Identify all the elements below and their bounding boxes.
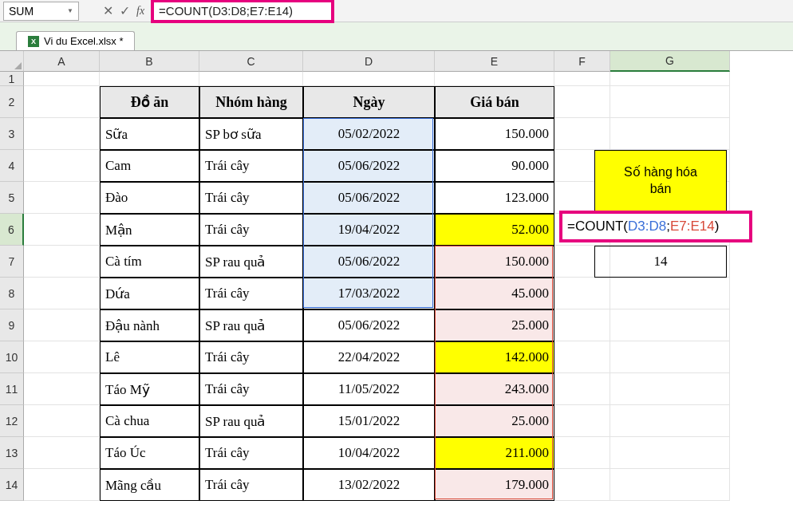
cell-A10[interactable] <box>24 341 100 373</box>
col-header-D[interactable]: D <box>303 51 435 72</box>
row-header-14[interactable]: 14 <box>0 469 24 501</box>
cell-A11[interactable] <box>24 373 100 405</box>
cell-A2[interactable] <box>24 86 100 118</box>
cell-D14[interactable]: 13/02/2022 <box>303 469 435 501</box>
cell-C11[interactable]: Trái cây <box>199 373 303 405</box>
cell-B9[interactable]: Đậu nành <box>100 309 199 341</box>
cell-C9[interactable]: SP rau quả <box>199 309 303 341</box>
cell-E5[interactable]: 123.000 <box>435 182 554 214</box>
row-header-13[interactable]: 13 <box>0 437 24 469</box>
col-header-E[interactable]: E <box>435 51 554 72</box>
cell-C6[interactable]: Trái cây <box>199 214 303 246</box>
cell-F13[interactable] <box>554 437 610 469</box>
cell-D3[interactable]: 05/02/2022 <box>303 118 435 150</box>
cell-A4[interactable] <box>24 150 100 182</box>
cell-C12[interactable]: SP rau quả <box>199 405 303 437</box>
cell-B1[interactable] <box>100 72 199 86</box>
grid[interactable]: Đồ ănNhóm hàngNgàyGiá bánSữaSP bơ sữa05/… <box>24 72 730 501</box>
cell-B7[interactable]: Cà tím <box>100 246 199 278</box>
row-header-4[interactable]: 4 <box>0 150 24 182</box>
cell-G12[interactable] <box>610 405 730 437</box>
cell-G11[interactable] <box>610 373 730 405</box>
cell-G14[interactable] <box>610 469 730 501</box>
count-result[interactable]: 14 <box>594 246 727 278</box>
cell-D6[interactable]: 19/04/2022 <box>303 214 435 246</box>
cell-D8[interactable]: 17/03/2022 <box>303 278 435 309</box>
cell-F2[interactable] <box>554 86 610 118</box>
col-header-G[interactable]: G <box>610 51 730 72</box>
row-header-3[interactable]: 3 <box>0 118 24 150</box>
fx-icon[interactable]: fx <box>136 5 144 18</box>
row-header-8[interactable]: 8 <box>0 278 24 309</box>
row-header-10[interactable]: 10 <box>0 341 24 373</box>
row-header-2[interactable]: 2 <box>0 86 24 118</box>
cell-F3[interactable] <box>554 118 610 150</box>
cell-D10[interactable]: 22/04/2022 <box>303 341 435 373</box>
cell-F10[interactable] <box>554 341 610 373</box>
enter-icon[interactable]: ✓ <box>120 3 130 18</box>
row-header-11[interactable]: 11 <box>0 373 24 405</box>
cell-F12[interactable] <box>554 405 610 437</box>
cell-C3[interactable]: SP bơ sữa <box>199 118 303 150</box>
cell-A5[interactable] <box>24 182 100 214</box>
cell-E9[interactable]: 25.000 <box>435 309 554 341</box>
row-header-6[interactable]: 6 <box>0 214 24 246</box>
cell-B3[interactable]: Sữa <box>100 118 199 150</box>
cell-A8[interactable] <box>24 278 100 309</box>
cell-B10[interactable]: Lê <box>100 341 199 373</box>
cell-E7[interactable]: 150.000 <box>435 246 554 278</box>
cell-B2[interactable]: Đồ ăn <box>100 86 199 118</box>
cell-D9[interactable]: 05/06/2022 <box>303 309 435 341</box>
col-header-B[interactable]: B <box>100 51 199 72</box>
cell-C13[interactable]: Trái cây <box>199 437 303 469</box>
cell-A7[interactable] <box>24 246 100 278</box>
cell-D4[interactable]: 05/06/2022 <box>303 150 435 182</box>
cancel-icon[interactable]: ✕ <box>103 3 113 18</box>
cell-C2[interactable]: Nhóm hàng <box>199 86 303 118</box>
cell-B11[interactable]: Táo Mỹ <box>100 373 199 405</box>
cell-F11[interactable] <box>554 373 610 405</box>
cell-D5[interactable]: 05/06/2022 <box>303 182 435 214</box>
cell-D2[interactable]: Ngày <box>303 86 435 118</box>
cell-E8[interactable]: 45.000 <box>435 278 554 309</box>
name-box[interactable]: SUM ▼ <box>3 2 79 21</box>
row-header-12[interactable]: 12 <box>0 405 24 437</box>
cell-F9[interactable] <box>554 309 610 341</box>
cell-F14[interactable] <box>554 469 610 501</box>
cell-D7[interactable]: 05/06/2022 <box>303 246 435 278</box>
row-header-5[interactable]: 5 <box>0 182 24 214</box>
cell-D11[interactable]: 11/05/2022 <box>303 373 435 405</box>
formula-editing-cell[interactable]: =COUNT(D3:D8;E7:E14) <box>559 211 752 242</box>
cell-E6[interactable]: 52.000 <box>435 214 554 246</box>
cell-E2[interactable]: Giá bán <box>435 86 554 118</box>
cell-G9[interactable] <box>610 309 730 341</box>
cell-B6[interactable]: Mận <box>100 214 199 246</box>
cell-B13[interactable]: Táo Úc <box>100 437 199 469</box>
cell-G2[interactable] <box>610 86 730 118</box>
col-header-F[interactable]: F <box>554 51 610 72</box>
cell-A12[interactable] <box>24 405 100 437</box>
cell-C10[interactable]: Trái cây <box>199 341 303 373</box>
cell-B14[interactable]: Mãng cầu <box>100 469 199 501</box>
cell-C4[interactable]: Trái cây <box>199 150 303 182</box>
row-header-1[interactable]: 1 <box>0 72 24 86</box>
cell-B12[interactable]: Cà chua <box>100 405 199 437</box>
cell-G13[interactable] <box>610 437 730 469</box>
cell-A3[interactable] <box>24 118 100 150</box>
select-all-corner[interactable] <box>0 51 24 72</box>
cell-C5[interactable]: Trái cây <box>199 182 303 214</box>
cell-E14[interactable]: 179.000 <box>435 469 554 501</box>
cell-A13[interactable] <box>24 437 100 469</box>
cell-A14[interactable] <box>24 469 100 501</box>
cell-E11[interactable]: 243.000 <box>435 373 554 405</box>
cell-F8[interactable] <box>554 278 610 309</box>
cell-C14[interactable]: Trái cây <box>199 469 303 501</box>
cell-A9[interactable] <box>24 309 100 341</box>
cell-E12[interactable]: 25.000 <box>435 405 554 437</box>
cell-E13[interactable]: 211.000 <box>435 437 554 469</box>
cell-D1[interactable] <box>303 72 435 86</box>
row-header-9[interactable]: 9 <box>0 309 24 341</box>
formula-bar[interactable]: =COUNT(D3:D8;E7:E14) <box>159 4 293 18</box>
cell-A6[interactable] <box>24 214 100 246</box>
cell-E1[interactable] <box>435 72 554 86</box>
